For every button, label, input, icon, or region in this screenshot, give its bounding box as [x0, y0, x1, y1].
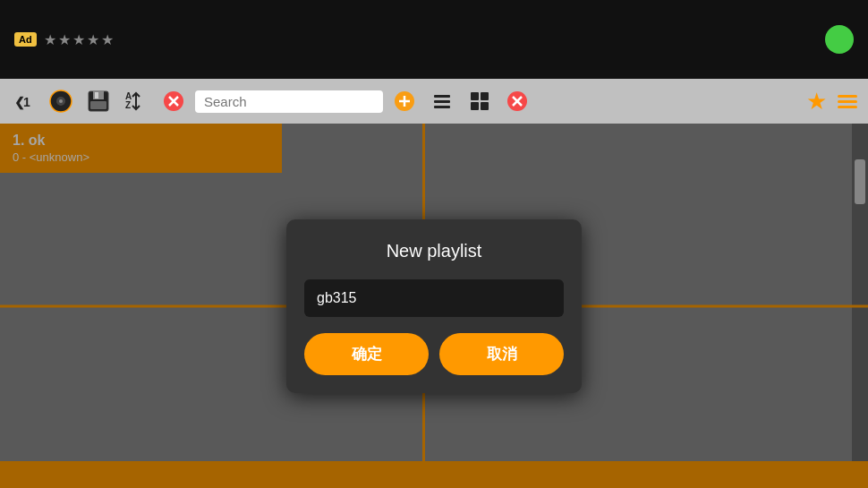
favorites-button[interactable]: ★: [806, 88, 827, 116]
new-playlist-dialog: New playlist 确定 取消: [286, 219, 582, 393]
svg-text:Z: Z: [125, 100, 131, 110]
toolbar-right: ★: [806, 88, 861, 116]
vinyl-icon[interactable]: [45, 85, 77, 117]
playlist-name-input[interactable]: [304, 279, 564, 317]
svg-rect-24: [481, 102, 489, 110]
grid-icon[interactable]: [464, 85, 496, 117]
top-bar-left: Ad ★★★★★: [14, 31, 115, 48]
clear-list-button[interactable]: [157, 85, 190, 117]
svg-text:1: 1: [23, 95, 30, 109]
list-icon[interactable]: [426, 85, 458, 117]
svg-rect-19: [434, 100, 450, 103]
dialog-overlay: New playlist 确定 取消: [0, 124, 868, 488]
top-bar: Ad ★★★★★: [0, 0, 868, 79]
menu-line-2: [838, 100, 857, 103]
sort-az-button[interactable]: A Z: [120, 85, 152, 117]
svg-rect-7: [95, 92, 98, 98]
clear-right-button[interactable]: [501, 85, 533, 117]
main-content: 1. ok 0 - <unknown> New playlist 确定 取消: [0, 124, 868, 488]
toolbar: ❮ 1 A Z: [0, 79, 868, 124]
ad-badge: Ad: [14, 32, 37, 47]
star-rating: ★★★★★: [44, 31, 115, 48]
svg-rect-21: [471, 92, 479, 100]
svg-point-4: [59, 99, 63, 103]
search-input[interactable]: [204, 94, 374, 109]
add-button[interactable]: [388, 85, 421, 117]
svg-rect-8: [90, 101, 106, 109]
search-input-wrap[interactable]: [195, 90, 383, 113]
dialog-title: New playlist: [304, 241, 564, 261]
confirm-button[interactable]: 确定: [304, 333, 429, 375]
menu-button[interactable]: [834, 95, 861, 108]
status-indicator: [825, 25, 854, 54]
back-button[interactable]: ❮ 1: [7, 85, 39, 117]
svg-rect-22: [481, 92, 489, 100]
dialog-buttons: 确定 取消: [304, 333, 564, 375]
menu-line-1: [838, 95, 857, 98]
cancel-button[interactable]: 取消: [439, 333, 564, 375]
svg-rect-23: [471, 102, 479, 110]
svg-rect-20: [434, 106, 450, 108]
menu-line-3: [838, 106, 857, 108]
svg-rect-18: [434, 95, 450, 98]
save-button[interactable]: [82, 85, 115, 117]
